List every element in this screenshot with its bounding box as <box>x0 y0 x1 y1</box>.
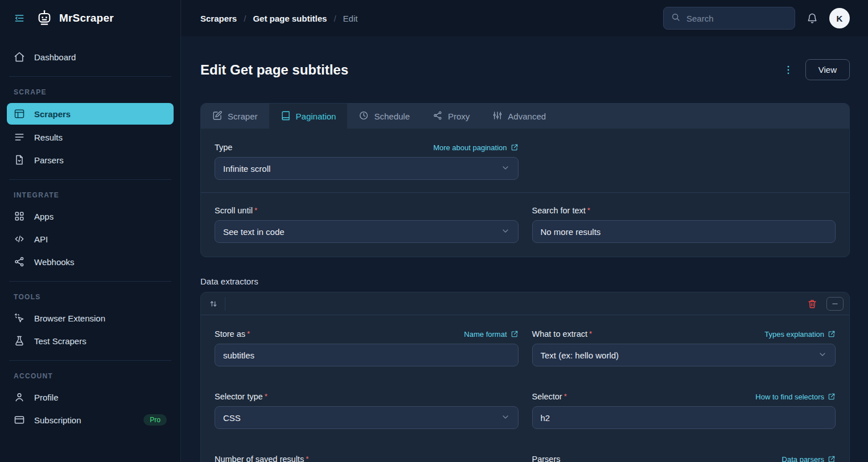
sidebar-item-label: Subscription <box>34 415 81 425</box>
collapse-extractor-button[interactable] <box>826 297 844 311</box>
search-for-text-input[interactable] <box>532 220 836 243</box>
reorder-extractor-button[interactable] <box>208 297 225 311</box>
credit-card-icon <box>14 414 25 426</box>
pencil-icon <box>212 110 223 122</box>
sidebar-item-label: Results <box>34 133 63 142</box>
more-about-pagination-link[interactable]: More about pagination <box>433 143 518 152</box>
sidebar-item-dashboard[interactable]: Dashboard <box>0 46 180 68</box>
sidebar-item-label: Test Scrapers <box>34 336 87 346</box>
page-title: Edit Get page subtitles <box>200 62 348 78</box>
sidebar-section-tools: TOOLS <box>0 290 180 307</box>
tab-label: Proxy <box>448 112 470 121</box>
type-label: Type <box>215 143 232 152</box>
collapse-sidebar-icon <box>14 13 25 24</box>
tab-advanced[interactable]: Advanced <box>481 104 557 129</box>
sidebar-item-test-scrapers[interactable]: Test Scrapers <box>0 329 180 352</box>
name-format-link[interactable]: Name format <box>464 330 518 339</box>
delete-extractor-button[interactable] <box>807 299 817 309</box>
breadcrumb-scrapers[interactable]: Scrapers <box>200 14 237 23</box>
avatar[interactable]: K <box>829 8 850 28</box>
tab-label: Scraper <box>228 112 258 121</box>
data-extractor-card: Store as* Name format What to extract* <box>200 292 850 462</box>
pagination-form: Type More about pagination Infinite scro… <box>201 129 849 257</box>
search-for-text-label: Search for text* <box>532 206 590 215</box>
results-icon <box>14 131 25 143</box>
external-link-icon <box>828 455 836 462</box>
kebab-menu-icon <box>783 64 794 76</box>
link-label: Types explanation <box>764 330 824 339</box>
required-marker: * <box>247 329 250 338</box>
sidebar-item-label: Apps <box>34 212 54 221</box>
browser-extension-icon <box>14 312 25 324</box>
brand[interactable]: MrScraper <box>35 9 114 27</box>
selector-type-field: Selector type* CSS <box>215 391 519 429</box>
sidebar-item-label: Parsers <box>34 155 64 165</box>
webhooks-share-icon <box>14 256 25 267</box>
sidebar-section-integrate: INTEGRATE <box>0 188 180 205</box>
data-parsers-link[interactable]: Data parsers <box>782 455 836 462</box>
notifications-button[interactable] <box>807 13 818 24</box>
selected-value: See text in code <box>223 227 285 237</box>
view-button[interactable]: View <box>805 59 850 80</box>
required-marker: * <box>254 206 257 214</box>
tab-schedule[interactable]: Schedule <box>347 104 421 129</box>
sidebar-item-api[interactable]: API <box>0 228 180 250</box>
search-input[interactable] <box>686 14 788 23</box>
sidebar-item-results[interactable]: Results <box>0 126 180 148</box>
breadcrumb-scraper-name[interactable]: Get page subtitles <box>253 14 327 23</box>
sidebar-header: MrScraper <box>0 0 180 36</box>
more-options-button[interactable] <box>783 64 794 76</box>
type-field: Type More about pagination Infinite scro… <box>215 142 519 180</box>
what-to-extract-field: What to extract* Types explanation Text … <box>532 329 836 366</box>
brand-name: MrScraper <box>59 12 114 24</box>
share-nodes-icon <box>433 110 443 122</box>
flask-icon <box>14 335 25 346</box>
scraper-settings-card: Scraper Pagination Schedule Proxy <box>200 103 850 257</box>
pagination-type-select[interactable]: Infinite scroll <box>215 157 519 180</box>
data-extractors-heading: Data extractors <box>200 277 850 286</box>
form-divider <box>201 192 849 193</box>
scroll-until-field: Scroll until* See text in code <box>215 205 519 243</box>
tab-proxy[interactable]: Proxy <box>421 104 481 129</box>
chevron-down-icon <box>501 226 510 237</box>
tab-scraper[interactable]: Scraper <box>201 104 269 129</box>
sidebar-section-scrape: SCRAPE <box>0 85 180 102</box>
search-box[interactable] <box>663 7 795 30</box>
link-label: How to find selectors <box>755 393 824 401</box>
selected-value: Infinite scroll <box>223 164 270 174</box>
types-explanation-link[interactable]: Types explanation <box>764 330 836 339</box>
sidebar-collapse-button[interactable] <box>13 11 26 25</box>
user-icon <box>14 391 25 403</box>
what-to-extract-select[interactable]: Text (ex: hello world) <box>532 344 836 366</box>
sort-arrows-icon <box>209 299 218 308</box>
how-to-find-selectors-link[interactable]: How to find selectors <box>755 393 836 401</box>
sidebar-item-webhooks[interactable]: Webhooks <box>0 250 180 273</box>
selector-input[interactable] <box>532 406 836 429</box>
sidebar-item-scrapers[interactable]: Scrapers <box>7 103 174 125</box>
sidebar-item-label: Dashboard <box>34 52 76 62</box>
pro-badge: Pro <box>143 414 167 426</box>
mrscraper-logo-icon <box>35 9 54 27</box>
scrapers-icon <box>14 108 25 119</box>
home-icon <box>14 51 25 63</box>
tab-pagination[interactable]: Pagination <box>269 104 348 129</box>
required-marker: * <box>265 392 268 401</box>
sidebar-item-browser-extension[interactable]: Browser Extension <box>0 307 180 329</box>
selected-value: Text (ex: hello world) <box>541 350 619 360</box>
sidebar-item-subscription[interactable]: Subscription Pro <box>0 409 180 431</box>
sidebar-item-profile[interactable]: Profile <box>0 386 180 409</box>
breadcrumb-edit: Edit <box>343 14 358 23</box>
main-content: Edit Get page subtitles View Scraper <box>181 36 868 462</box>
selector-label: Selector* <box>532 392 567 401</box>
store-as-input[interactable] <box>215 344 519 366</box>
selector-type-label: Selector type* <box>215 392 268 401</box>
selector-type-select[interactable]: CSS <box>215 406 519 429</box>
external-link-icon <box>511 330 519 338</box>
apps-grid-icon <box>14 211 25 222</box>
sidebar-item-apps[interactable]: Apps <box>0 205 180 228</box>
scroll-until-select[interactable]: See text in code <box>215 220 519 243</box>
sidebar-item-parsers[interactable]: Parsers <box>0 148 180 171</box>
page-actions: View <box>783 59 850 80</box>
book-icon <box>281 110 291 122</box>
chevron-down-icon <box>818 350 827 361</box>
